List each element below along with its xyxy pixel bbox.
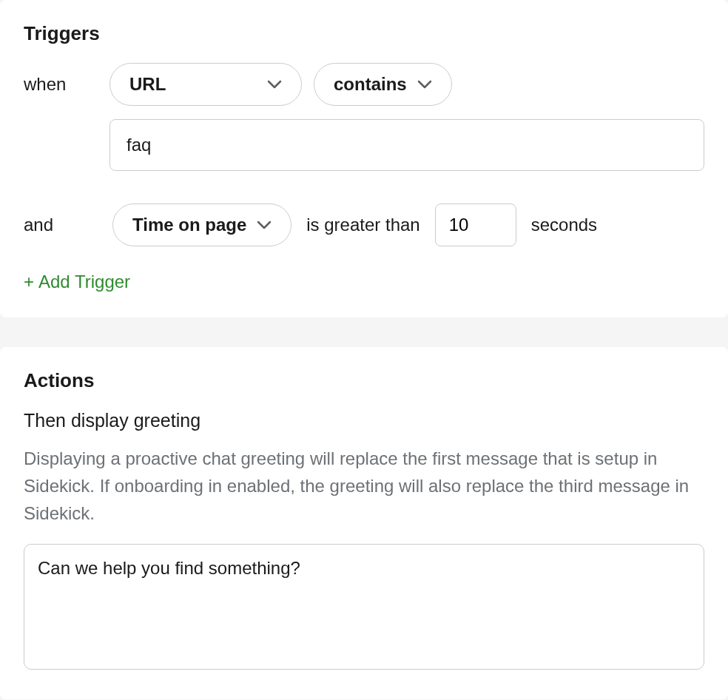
comparison-label: is greater than (306, 215, 419, 235)
actions-description: Displaying a proactive chat greeting wil… (24, 445, 704, 528)
greeting-textarea[interactable] (24, 544, 704, 670)
trigger-match-select-value: contains (334, 74, 407, 95)
trigger-metric-select[interactable]: Time on page (112, 203, 291, 246)
unit-label: seconds (531, 215, 597, 235)
trigger-number-input[interactable] (435, 203, 516, 246)
actions-subtitle: Then display greeting (24, 410, 704, 431)
trigger-row-and: and Time on page is greater than seconds (24, 203, 704, 246)
spacer (24, 119, 109, 171)
add-trigger-button[interactable]: + Add Trigger (24, 272, 130, 292)
trigger-metric-select-value: Time on page (132, 215, 246, 235)
actions-panel: Actions Then display greeting Displaying… (0, 347, 728, 699)
trigger-match-select[interactable]: contains (314, 63, 452, 106)
chevron-down-icon (417, 79, 432, 90)
trigger-row-value (24, 119, 704, 171)
triggers-title: Triggers (24, 22, 704, 45)
trigger-field-select[interactable]: URL (109, 63, 302, 106)
when-label: when (24, 74, 98, 95)
triggers-panel: Triggers when URL contains and Time on p… (0, 0, 728, 317)
actions-title: Actions (24, 369, 704, 392)
chevron-down-icon (267, 79, 282, 90)
plus-icon: + (24, 272, 34, 292)
trigger-row-when: when URL contains (24, 63, 704, 106)
trigger-field-select-value: URL (129, 74, 166, 95)
chevron-down-icon (257, 220, 272, 230)
add-trigger-label: Add Trigger (38, 272, 130, 292)
trigger-value-input[interactable] (109, 119, 704, 171)
and-label: and (24, 215, 98, 235)
